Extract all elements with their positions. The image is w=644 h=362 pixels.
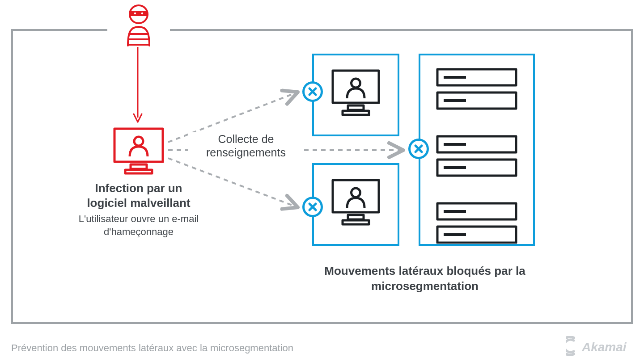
svg-point-16 xyxy=(352,79,360,88)
svg-point-2 xyxy=(134,13,136,14)
svg-rect-1 xyxy=(130,11,148,16)
block-badge-1 xyxy=(302,81,323,102)
svg-rect-17 xyxy=(348,105,364,110)
infection-title: Infection par un logiciel malveillant xyxy=(74,181,203,210)
block-badge-3 xyxy=(408,139,429,159)
svg-point-9 xyxy=(134,137,143,146)
infection-subtitle: L'utilisateur ouvre un e-mail d'hameçonn… xyxy=(74,213,203,238)
infection-text-block: Infection par un logiciel malveillant L'… xyxy=(74,181,203,238)
svg-text:Akamai: Akamai xyxy=(581,340,627,354)
attack-arrow xyxy=(137,47,139,123)
svg-rect-21 xyxy=(348,215,364,219)
segmented-computer-icon-2 xyxy=(330,177,381,230)
svg-rect-18 xyxy=(343,111,369,115)
svg-point-3 xyxy=(141,13,143,14)
block-badge-2 xyxy=(302,197,323,217)
segmented-computer-icon-1 xyxy=(330,67,381,121)
svg-rect-11 xyxy=(125,170,152,173)
diagram-caption: Prévention des mouvements latéraux avec … xyxy=(11,342,293,354)
svg-rect-22 xyxy=(343,220,369,224)
svg-point-20 xyxy=(352,188,360,197)
collect-label: Collecte de renseignements xyxy=(188,132,304,159)
blocked-label: Mouvements latéraux bloqués par la micro… xyxy=(313,264,537,294)
akamai-logo: Akamai xyxy=(566,336,633,356)
infected-computer-icon xyxy=(112,126,165,175)
server-rack-icon xyxy=(435,65,519,244)
svg-rect-10 xyxy=(131,164,147,169)
attacker-icon xyxy=(125,4,152,47)
